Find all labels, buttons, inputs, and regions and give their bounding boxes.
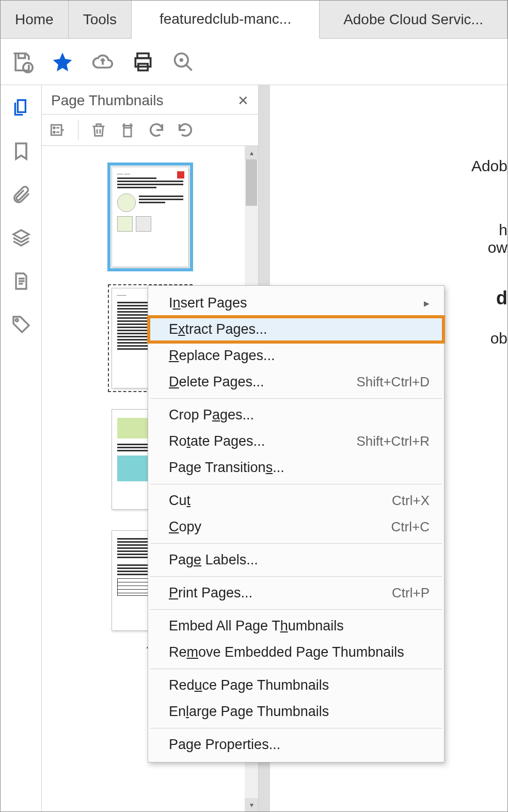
panel-title: Page Thumbnails — [51, 92, 163, 109]
svg-point-6 — [181, 59, 183, 61]
cloud-upload-icon[interactable] — [91, 51, 114, 73]
svg-line-5 — [186, 64, 192, 70]
shortcut-label: Ctrl+C — [391, 519, 430, 535]
tab-tools[interactable]: Tools — [69, 1, 132, 38]
tab-document-2[interactable]: Adobe Cloud Servic... — [320, 1, 507, 38]
doc-text-fragment: h — [275, 221, 507, 239]
svg-point-10 — [54, 132, 55, 133]
redo-icon[interactable] — [177, 121, 194, 139]
bookmark-rail-icon[interactable] — [11, 141, 31, 161]
search-icon[interactable] — [172, 51, 195, 73]
menu-print-pages[interactable]: Print Pages... Ctrl+P — [148, 580, 444, 606]
shortcut-label: Shift+Ctrl+R — [356, 433, 430, 449]
menu-replace-pages[interactable]: Replace Pages... — [148, 343, 444, 369]
tab-home[interactable]: Home — [1, 1, 69, 38]
thumbnail-toolbar — [42, 115, 258, 146]
scroll-down-icon[interactable]: ▾ — [245, 798, 258, 811]
svg-point-9 — [54, 127, 55, 128]
menu-rotate-pages[interactable]: Rotate Pages... Shift+Ctrl+R — [148, 428, 444, 454]
menu-page-properties[interactable]: Page Properties... — [148, 732, 444, 758]
options-menu-icon[interactable] — [49, 121, 67, 139]
rotate-page-icon[interactable] — [119, 121, 136, 139]
menu-embed-thumbnails[interactable]: Embed All Page Thumbnails — [148, 613, 444, 639]
menu-insert-pages[interactable]: Insert Pages ▶ — [148, 290, 444, 316]
menu-enlarge-thumbnails[interactable]: Enlarge Page Thumbnails — [148, 699, 444, 725]
menu-cut[interactable]: Cut Ctrl+X — [148, 488, 444, 514]
menu-copy[interactable]: Copy Ctrl+C — [148, 514, 444, 540]
menu-crop-pages[interactable]: Crop Pages... — [148, 402, 444, 428]
thumbnails-rail-icon[interactable] — [11, 98, 31, 118]
page-thumbnail-1[interactable]: —— —— — [112, 167, 189, 267]
star-icon[interactable] — [51, 51, 74, 73]
shortcut-label: Shift+Ctrl+D — [356, 374, 430, 390]
svg-point-7 — [15, 319, 18, 321]
menu-delete-pages[interactable]: Delete Pages... Shift+Ctrl+D — [148, 369, 444, 395]
doc-text-fragment: ow — [275, 239, 507, 256]
save-icon[interactable] — [11, 51, 34, 73]
menu-extract-pages[interactable]: Extract Pages... — [148, 316, 444, 343]
tab-bar: Home Tools featuredclub-manc... Adobe Cl… — [1, 1, 507, 39]
svg-rect-13 — [124, 128, 131, 137]
menu-page-transitions[interactable]: Page Transitions... — [148, 454, 444, 481]
layers-rail-icon[interactable] — [11, 228, 31, 248]
menu-page-labels[interactable]: Page Labels... — [148, 547, 444, 573]
context-menu: Insert Pages ▶ Extract Pages... Replace … — [148, 285, 444, 762]
side-rail — [1, 85, 42, 811]
doc-text-fragment: Adob — [275, 157, 507, 175]
delete-icon[interactable] — [90, 121, 107, 139]
document-rail-icon[interactable] — [11, 271, 31, 291]
scroll-up-icon[interactable]: ▴ — [245, 146, 258, 159]
shortcut-label: Ctrl+X — [392, 493, 430, 509]
print-icon[interactable] — [132, 51, 154, 73]
shortcut-label: Ctrl+P — [392, 585, 430, 601]
tag-rail-icon[interactable] — [11, 314, 31, 335]
close-panel-icon[interactable]: ✕ — [237, 93, 249, 109]
attachment-rail-icon[interactable] — [11, 184, 31, 205]
svg-rect-8 — [51, 125, 61, 135]
main-toolbar — [1, 39, 507, 85]
undo-icon[interactable] — [148, 121, 165, 139]
menu-remove-embedded-thumbnails[interactable]: Remove Embedded Page Thumbnails — [148, 639, 444, 665]
scrollbar-thumb[interactable] — [246, 159, 257, 206]
submenu-arrow-icon: ▶ — [424, 299, 430, 307]
menu-reduce-thumbnails[interactable]: Reduce Page Thumbnails — [148, 672, 444, 699]
tab-document-1[interactable]: featuredclub-manc... — [132, 1, 320, 39]
